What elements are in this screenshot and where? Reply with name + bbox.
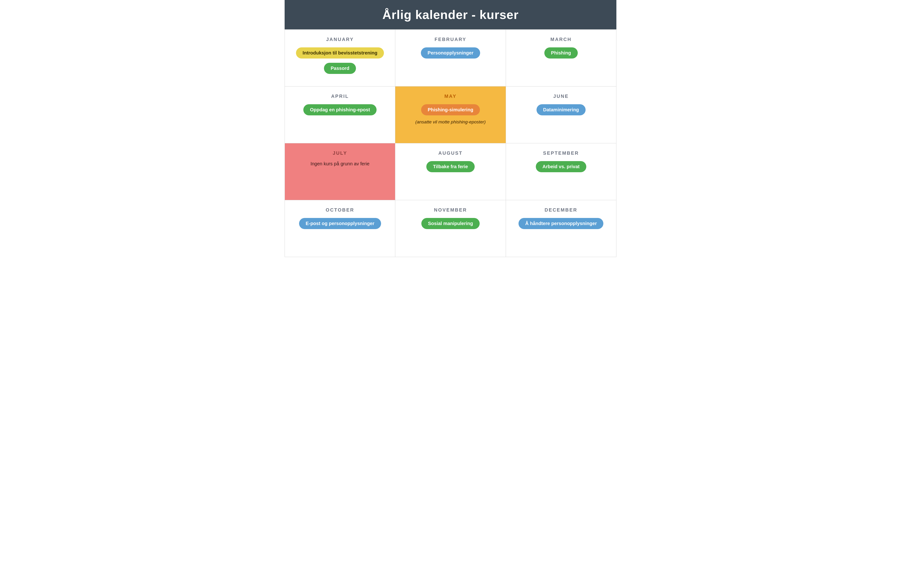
month-label-august: AUGUST <box>438 151 463 156</box>
pill-february-0: Personopplysninger <box>421 47 480 59</box>
calendar-grid: JANUARYIntroduksjon til bevisstetstrenin… <box>285 30 616 257</box>
month-label-november: NOVEMBER <box>434 207 467 213</box>
calendar-cell-december: DECEMBERÅ håndtere personopplysninger <box>506 200 616 257</box>
page-title: Årlig kalender - kurser <box>294 8 607 22</box>
calendar-cell-april: APRILOppdag en phishing-epost <box>285 87 395 143</box>
month-label-march: MARCH <box>550 37 572 42</box>
calendar-cell-june: JUNEDataminimering <box>506 87 616 143</box>
calendar-cell-january: JANUARYIntroduksjon til bevisstetstrenin… <box>285 30 395 87</box>
pill-september-0: Arbeid vs. privat <box>536 161 586 172</box>
month-label-december: DECEMBER <box>545 207 577 213</box>
note-may: (ansatte vil motte phishing-eposter) <box>415 119 486 126</box>
page-header: Årlig kalender - kurser <box>285 0 616 30</box>
month-label-february: FEBRUARY <box>435 37 466 42</box>
pill-january-1: Passord <box>324 63 356 74</box>
month-label-january: JANUARY <box>326 37 354 42</box>
pill-june-0: Dataminimering <box>536 104 586 115</box>
calendar-cell-july: JULYIngen kurs på grunn av ferie <box>285 143 395 200</box>
pill-january-0: Introduksjon til bevisstetstrening <box>296 47 384 59</box>
pill-april-0: Oppdag en phishing-epost <box>303 104 377 115</box>
pill-march-0: Phishing <box>544 47 578 59</box>
calendar-cell-september: SEPTEMBERArbeid vs. privat <box>506 143 616 200</box>
calendar-cell-october: OCTOBERE-post og personopplysninger <box>285 200 395 257</box>
month-label-may: MAY <box>444 93 457 99</box>
calendar-cell-august: AUGUSTTilbake fra ferie <box>395 143 506 200</box>
month-label-september: SEPTEMBER <box>543 151 579 156</box>
pill-november-0: Sosial manipulering <box>421 218 480 229</box>
pill-may-0: Phishing-simulering <box>421 104 480 115</box>
pill-august-0: Tilbake fra ferie <box>426 161 474 172</box>
pill-december-0: Å håndtere personopplysninger <box>519 218 603 229</box>
page-wrapper: Årlig kalender - kurser JANUARYIntroduks… <box>285 0 616 257</box>
month-label-june: JUNE <box>553 93 569 99</box>
month-label-july: JULY <box>333 151 347 156</box>
calendar-cell-november: NOVEMBERSosial manipulering <box>395 200 506 257</box>
month-label-october: OCTOBER <box>326 207 354 213</box>
calendar-cell-march: MARCHPhishing <box>506 30 616 87</box>
no-courses-july: Ingen kurs på grunn av ferie <box>310 161 369 166</box>
month-label-april: APRIL <box>331 93 349 99</box>
calendar-cell-february: FEBRUARYPersonopplysninger <box>395 30 506 87</box>
calendar-cell-may: MAYPhishing-simulering(ansatte vil motte… <box>395 87 506 143</box>
pill-october-0: E-post og personopplysninger <box>299 218 381 229</box>
